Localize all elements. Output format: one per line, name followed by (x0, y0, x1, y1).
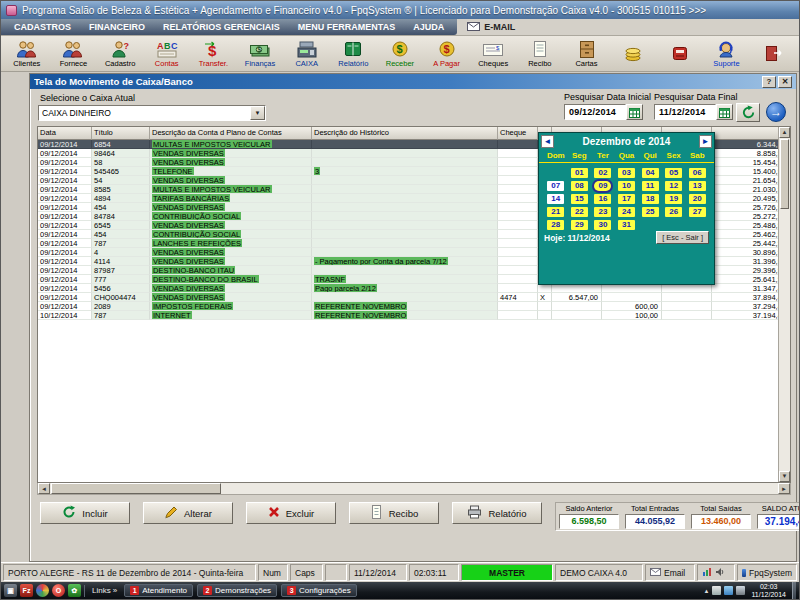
calendar-prev-icon[interactable]: ◄ (541, 135, 554, 148)
toolbar-button-sair[interactable] (750, 37, 796, 71)
red-app-icon[interactable]: O (52, 584, 65, 597)
toolbar-button-relatorio[interactable]: Relatório (330, 37, 376, 71)
menu-email[interactable]: E-MAIL (457, 19, 525, 35)
table-row[interactable]: 09/12/20142089IMPOSTOS FEDERAISREFERENTE… (38, 302, 790, 311)
toolbar-button-contas[interactable]: ABCContas (144, 37, 190, 71)
menu-item-financeiro[interactable]: FINANCEIRO (80, 22, 154, 32)
task-button-demonstrações[interactable]: 2Demonstrações (197, 584, 277, 597)
exit-icon (763, 44, 783, 63)
toolbar-label-caixa: CAIXA (295, 59, 318, 68)
toolbar-button-cadastro[interactable]: ?Cadastro (97, 37, 143, 71)
cell-data: 09/12/2014 (38, 248, 92, 257)
calendar-esc-button[interactable]: [ Esc - Sair ] (656, 231, 709, 244)
task-button-configurações[interactable]: 3Configurações (281, 584, 357, 597)
tray-expand-icon[interactable]: ▲ (704, 588, 710, 594)
cell-cheq (498, 311, 538, 320)
caixa-combobox[interactable]: CAIXA DINHEIRO ▼ (38, 105, 266, 121)
toolbar-button-receber[interactable]: $Receber (377, 37, 423, 71)
toolbar-button-fornece[interactable]: Fornece (51, 37, 97, 71)
horizontal-scroll-thumb[interactable] (51, 483, 221, 494)
vertical-scroll-thumb[interactable] (780, 139, 789, 209)
date-final-value[interactable]: 11/12/2014 (654, 104, 716, 120)
close-button[interactable]: ✕ (778, 76, 792, 88)
chevron-down-icon[interactable]: ▼ (250, 106, 265, 120)
browser-icon[interactable] (36, 584, 49, 597)
calendar-title-row: ◄ Dezembro de 2014 ► (539, 133, 714, 150)
tray-app-icon[interactable] (712, 586, 721, 595)
cell-x (538, 311, 552, 320)
menu-item-relatórios-gerenciais[interactable]: RELATÓRIOS GERENCIAIS (154, 22, 289, 32)
table-row[interactable]: 09/12/2014CHQ004474VENDAS DIVERSAS4474X6… (38, 293, 790, 302)
recibo-button[interactable]: Recibo (349, 502, 439, 524)
scroll-up-icon[interactable]: ▲ (779, 127, 790, 138)
alterar-button[interactable]: Alterar (143, 502, 233, 524)
toolbar-button-coins[interactable] (610, 37, 656, 71)
menu-item-ajuda[interactable]: AJUDA (404, 22, 453, 32)
toolbar-button-caixa[interactable]: CAIXA (284, 37, 330, 71)
status-email[interactable]: Email (645, 564, 695, 581)
toolbar-button-transfer[interactable]: $Transfer. (191, 37, 237, 71)
cell-data: 09/12/2014 (38, 293, 92, 302)
cell-titulo: 58 (92, 158, 150, 167)
relatorio-button[interactable]: Relatório (452, 502, 542, 524)
toolbar-button-apagar[interactable]: $A Pagar (424, 37, 470, 71)
toolbar-button-maquina[interactable] (657, 37, 703, 71)
calendar-day-31[interactable]: 31 (618, 220, 635, 230)
go-next-button[interactable]: → (766, 102, 786, 122)
calendar-day-26[interactable]: 26 (665, 207, 682, 217)
links-toolbar[interactable]: Links » (92, 586, 117, 595)
cell-ent: 6.547,00 (552, 293, 602, 302)
toolbar-button-financas[interactable]: $Finanças (237, 37, 283, 71)
date-initial-value[interactable]: 09/12/2014 (564, 104, 626, 120)
tray-network-icon[interactable] (736, 586, 745, 595)
task-button-atendimento[interactable]: 1Atendimento (124, 584, 193, 597)
scroll-right-icon[interactable]: ► (778, 483, 790, 494)
menu-item-menu-ferramentas[interactable]: MENU FERRAMENTAS (289, 22, 404, 32)
cell-data: 09/12/2014 (38, 239, 92, 248)
calendar-next-icon[interactable]: ► (699, 135, 712, 148)
toolbar-button-suporte[interactable]: Suporte (704, 37, 750, 71)
calendar-day-25[interactable]: 25 (642, 207, 659, 217)
toolbar-button-recibo[interactable]: Recibo (517, 37, 563, 71)
toolbar-button-cartas[interactable]: Cartas (564, 37, 610, 71)
calendar-day-29[interactable]: 29 (571, 220, 588, 230)
date-initial-calendar-button[interactable] (626, 104, 643, 120)
cell-cheq (498, 248, 538, 257)
tray-volume-icon[interactable] (724, 586, 733, 595)
date-final-calendar-button[interactable] (716, 104, 733, 120)
excluir-button[interactable]: Excluir (246, 502, 336, 524)
cell-conta: TELEFONE (150, 167, 312, 176)
horizontal-scrollbar[interactable]: ◄ ► (37, 483, 791, 495)
window-title: Programa Salão de Beleza & Estética + Ag… (22, 5, 706, 16)
cell-hist (312, 230, 498, 239)
explorer-icon[interactable]: ▣ (4, 584, 17, 597)
refresh-button[interactable] (736, 103, 760, 122)
show-desktop-button[interactable] (792, 582, 796, 599)
scroll-left-icon[interactable]: ◄ (38, 483, 50, 494)
green-app-icon[interactable]: ✿ (68, 584, 81, 597)
calendar-day-28[interactable]: 28 (547, 220, 564, 230)
task-button-label: Atendimento (142, 586, 187, 595)
help-button[interactable]: ? (762, 76, 776, 88)
add-recycle-icon (62, 505, 76, 521)
calendar-day-30[interactable]: 30 (594, 220, 611, 230)
table-row[interactable]: 09/12/20145456VENDAS DIVERSASPago parcel… (38, 284, 790, 293)
status-email-label: Email (664, 568, 685, 578)
calendar-day-27[interactable]: 27 (689, 207, 706, 217)
action-buttons: IncluirAlterarExcluirReciboRelatório (40, 502, 542, 524)
taskbar-clock[interactable]: 02:03 11/12/2014 (748, 583, 789, 599)
cell-titulo: 54 (92, 176, 150, 185)
vertical-scrollbar[interactable]: ▲ ▼ (778, 127, 790, 482)
cell-hist: REFERENTE NOVEMBRO (312, 302, 498, 311)
incluir-button[interactable]: Incluir (40, 502, 130, 524)
toolbar-button-clientes[interactable]: Clientes (4, 37, 50, 71)
toolbar-label-cheques: Cheques (478, 59, 508, 68)
table-row[interactable]: 10/12/2014787INTERNETREFERENTE NOVEMBRO1… (38, 311, 790, 320)
filezilla-icon[interactable]: Fz (20, 584, 33, 597)
scroll-down-icon[interactable]: ▼ (779, 471, 790, 482)
transactions-table: DataTítuloDescrição da Conta d Plano de … (37, 126, 791, 483)
clock-date: 11/12/2014 (751, 591, 786, 599)
printer-icon (467, 505, 482, 521)
menu-item-cadastros[interactable]: CADASTROS (5, 22, 80, 32)
toolbar-button-cheques[interactable]: $Cheques (470, 37, 516, 71)
